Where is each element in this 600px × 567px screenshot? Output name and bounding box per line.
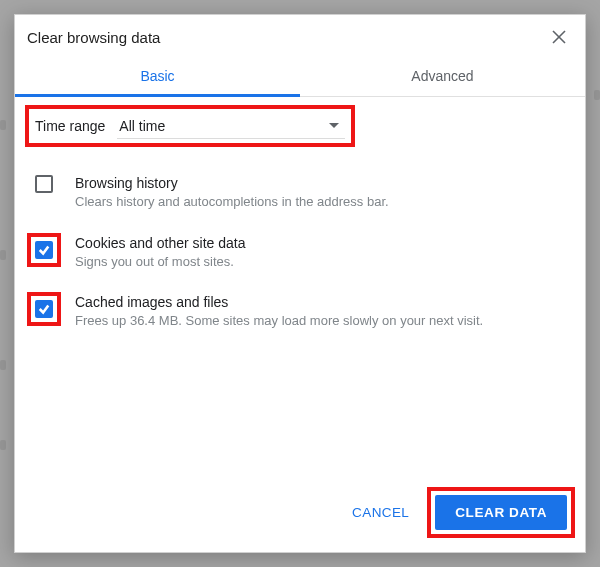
option-desc: Frees up 36.4 MB. Some sites may load mo… xyxy=(75,312,573,330)
option-title: Cookies and other site data xyxy=(75,235,573,251)
dialog-body: Time range All time Browsing history Cle… xyxy=(15,97,585,477)
close-button[interactable] xyxy=(545,23,573,51)
clear-browsing-data-dialog: Clear browsing data Basic Advanced Time … xyxy=(14,14,586,553)
tab-label: Advanced xyxy=(411,68,473,84)
dialog-footer: CANCEL CLEAR DATA xyxy=(15,477,585,552)
option-text: Cached images and files Frees up 36.4 MB… xyxy=(75,292,573,330)
option-title: Cached images and files xyxy=(75,294,573,310)
dialog-title: Clear browsing data xyxy=(27,29,545,46)
option-text: Browsing history Clears history and auto… xyxy=(75,173,573,211)
tab-label: Basic xyxy=(140,68,174,84)
option-desc: Signs you out of most sites. xyxy=(75,253,573,271)
clear-data-button[interactable]: CLEAR DATA xyxy=(435,495,567,530)
tab-bar: Basic Advanced xyxy=(15,55,585,97)
cancel-button[interactable]: CANCEL xyxy=(334,495,427,530)
check-icon xyxy=(38,303,50,315)
option-browsing-history: Browsing history Clears history and auto… xyxy=(25,167,575,217)
checkbox-container xyxy=(27,292,61,326)
checkbox-container xyxy=(27,173,61,193)
time-range-label: Time range xyxy=(35,118,105,134)
dialog-header: Clear browsing data xyxy=(15,15,585,55)
checkbox-container xyxy=(27,233,61,267)
tab-advanced[interactable]: Advanced xyxy=(300,55,585,96)
checkbox-cached[interactable] xyxy=(35,300,53,318)
option-text: Cookies and other site data Signs you ou… xyxy=(75,233,573,271)
tab-basic[interactable]: Basic xyxy=(15,55,300,96)
time-range-select[interactable]: All time xyxy=(117,113,345,139)
check-icon xyxy=(38,244,50,256)
option-desc: Clears history and autocompletions in th… xyxy=(75,193,573,211)
time-range-row: Time range All time xyxy=(25,105,355,147)
checkbox-browsing-history[interactable] xyxy=(35,175,53,193)
chevron-down-icon xyxy=(329,123,339,128)
checkbox-cookies[interactable] xyxy=(35,241,53,259)
option-cached: Cached images and files Frees up 36.4 MB… xyxy=(25,286,575,336)
option-cookies: Cookies and other site data Signs you ou… xyxy=(25,227,575,277)
option-title: Browsing history xyxy=(75,175,573,191)
time-range-value: All time xyxy=(119,118,165,134)
close-icon xyxy=(552,30,566,44)
clear-button-highlight: CLEAR DATA xyxy=(427,487,575,538)
